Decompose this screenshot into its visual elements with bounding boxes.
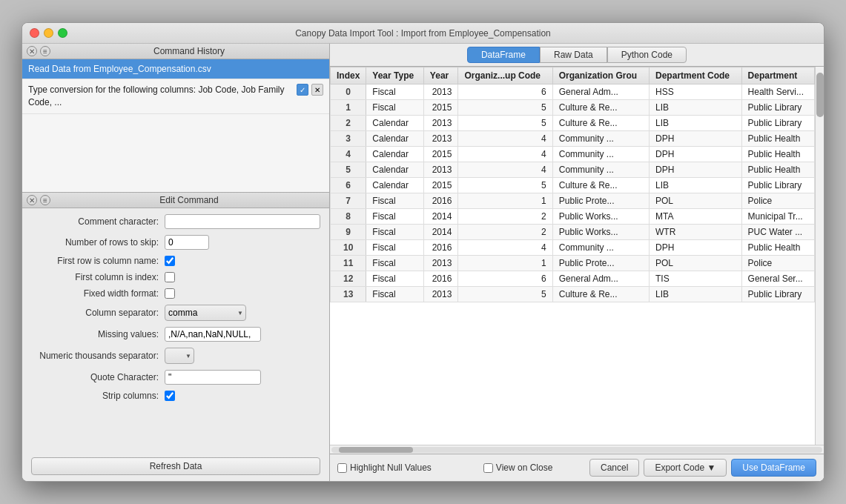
- tab-pythoncode[interactable]: Python Code: [607, 47, 687, 63]
- cell-index: 11: [331, 256, 366, 271]
- maximize-button[interactable]: [58, 28, 67, 38]
- col-header-year-type: Year Type: [366, 67, 424, 84]
- cancel-button[interactable]: Cancel: [589, 459, 639, 477]
- cell-year: 2015: [423, 147, 458, 162]
- cell-year: 2016: [423, 271, 458, 287]
- cell-org-code: 5: [458, 178, 552, 193]
- table-row[interactable]: 1 Fiscal 2015 5 Culture & Re... LIB Publ…: [331, 100, 815, 116]
- cell-org-group: Community ...: [552, 147, 649, 162]
- scrollbar-thumb-h[interactable]: [339, 447, 413, 453]
- table-row[interactable]: 7 Fiscal 2016 1 Public Prote... POL Poli…: [331, 193, 815, 209]
- rows-to-skip-input[interactable]: [165, 235, 209, 250]
- cell-org-group: Culture & Re...: [552, 116, 649, 131]
- comment-character-input[interactable]: [165, 214, 320, 229]
- scrollbar-track[interactable]: [331, 447, 822, 453]
- tab-dataframe[interactable]: DataFrame: [467, 47, 540, 63]
- cell-org-group: Community ...: [552, 131, 649, 147]
- table-row[interactable]: 8 Fiscal 2014 2 Public Works... MTA Muni…: [331, 209, 815, 225]
- cell-year: 2013: [423, 131, 458, 147]
- cell-index: 2: [331, 116, 366, 131]
- tab-rawdata[interactable]: Raw Data: [540, 47, 607, 63]
- tab-bar: DataFrame Raw Data Python Code: [330, 44, 824, 67]
- cell-dept-code: TIS: [650, 271, 742, 287]
- strip-columns-checkbox[interactable]: [165, 391, 175, 401]
- cell-year: 2016: [423, 240, 458, 256]
- col-header-year: Year: [423, 67, 458, 84]
- rows-to-skip-label: Number of rows to skip:: [31, 237, 165, 248]
- history-item-0[interactable]: Read Data from Employee_Compensation.csv: [22, 59, 329, 79]
- command-history-list[interactable]: Read Data from Employee_Compensation.csv…: [22, 59, 329, 193]
- table-row[interactable]: 2 Calendar 2013 5 Culture & Re... LIB Pu…: [331, 116, 815, 131]
- quote-character-label: Quote Character:: [31, 372, 165, 382]
- cell-department: PUC Water ...: [741, 225, 814, 240]
- export-code-button[interactable]: Export Code ▼: [644, 459, 727, 477]
- vertical-scrollbar[interactable]: [815, 67, 824, 445]
- first-column-index-label: First column is index:: [31, 272, 165, 282]
- window-title: Canopy Data Import Tool : Import from Em…: [295, 28, 551, 39]
- table-row[interactable]: 5 Calendar 2013 4 Community ... DPH Publ…: [331, 162, 815, 178]
- edit-command-section: ✕ ≡ Edit Command Comment character: Numb…: [22, 193, 329, 481]
- table-row[interactable]: 6 Calendar 2015 5 Culture & Re... LIB Pu…: [331, 178, 815, 193]
- cell-dept-code: LIB: [650, 287, 742, 302]
- fixed-width-checkbox[interactable]: [165, 288, 175, 299]
- table-row[interactable]: 4 Calendar 2015 4 Community ... DPH Publ…: [331, 147, 815, 162]
- quote-character-input[interactable]: [165, 370, 261, 385]
- cell-dept-code: DPH: [650, 162, 742, 178]
- edit-command-form: Comment character: Number of rows to ski…: [22, 208, 329, 451]
- cell-year: 2013: [423, 84, 458, 100]
- edit-command-header: ✕ ≡ Edit Command: [22, 193, 329, 208]
- left-panel: ✕ ≡ Command History Read Data from Emplo…: [22, 44, 330, 481]
- title-bar: Canopy Data Import Tool : Import from Em…: [22, 23, 824, 44]
- cell-index: 7: [331, 193, 366, 209]
- cell-index: 10: [331, 240, 366, 256]
- edit-command-close-btn[interactable]: ✕: [27, 195, 37, 205]
- view-on-close-checkbox[interactable]: [483, 463, 493, 473]
- table-row[interactable]: 3 Calendar 2013 4 Community ... DPH Publ…: [331, 131, 815, 147]
- col-header-dept-code: Department Code: [650, 67, 742, 84]
- history-item-cancel-btn[interactable]: ✕: [311, 84, 323, 96]
- missing-values-input[interactable]: [165, 327, 261, 342]
- horizontal-scrollbar[interactable]: [330, 445, 824, 454]
- edit-command-action-btn[interactable]: ≡: [40, 195, 50, 205]
- history-item-confirm-btn[interactable]: ✓: [297, 84, 308, 96]
- cell-year: 2013: [423, 287, 458, 302]
- cell-index: 6: [331, 178, 366, 193]
- refresh-data-button[interactable]: Refresh Data: [31, 457, 320, 475]
- cell-year-type: Fiscal: [366, 209, 424, 225]
- quote-character-row: Quote Character:: [31, 370, 320, 385]
- history-item-1[interactable]: Type conversion for the following column…: [22, 79, 329, 114]
- table-row[interactable]: 11 Fiscal 2013 1 Public Prote... POL Pol…: [331, 256, 815, 271]
- view-on-close-checkbox-group[interactable]: View on Close: [483, 462, 553, 473]
- first-row-column-checkbox[interactable]: [165, 256, 175, 266]
- use-dataframe-button[interactable]: Use DataFrame: [731, 459, 816, 477]
- cell-dept-code: DPH: [650, 147, 742, 162]
- close-button[interactable]: [30, 28, 39, 38]
- numeric-thousands-select[interactable]: [165, 348, 194, 364]
- numeric-thousands-row: Numeric thousands separator:: [31, 348, 320, 364]
- column-separator-wrapper: comma tab semicolon space other: [165, 305, 246, 321]
- bottom-bar-actions: Cancel Export Code ▼ Use DataFrame: [589, 459, 816, 477]
- comment-character-label: Comment character:: [31, 216, 165, 227]
- table-row[interactable]: 13 Fiscal 2013 5 Culture & Re... LIB Pub…: [331, 287, 815, 302]
- command-history-action-btn[interactable]: ≡: [40, 46, 50, 56]
- cell-dept-code: WTR: [650, 225, 742, 240]
- main-content: ✕ ≡ Command History Read Data from Emplo…: [22, 44, 824, 481]
- table-row[interactable]: 10 Fiscal 2016 4 Community ... DPH Publi…: [331, 240, 815, 256]
- cell-year-type: Fiscal: [366, 225, 424, 240]
- table-row[interactable]: 12 Fiscal 2016 6 General Adm... TIS Gene…: [331, 271, 815, 287]
- first-column-index-checkbox[interactable]: [165, 272, 175, 282]
- cell-year-type: Fiscal: [366, 287, 424, 302]
- table-row[interactable]: 9 Fiscal 2014 2 Public Works... WTR PUC …: [331, 225, 815, 240]
- column-separator-select[interactable]: comma tab semicolon space other: [165, 305, 246, 321]
- cell-index: 5: [331, 162, 366, 178]
- fixed-width-row: Fixed width format:: [31, 288, 320, 299]
- scrollbar-thumb[interactable]: [816, 73, 824, 117]
- minimize-button[interactable]: [44, 28, 53, 38]
- view-on-close-label: View on Close: [496, 462, 553, 473]
- command-history-close-btn[interactable]: ✕: [27, 46, 37, 56]
- cell-year: 2013: [423, 162, 458, 178]
- table-row[interactable]: 0 Fiscal 2013 6 General Adm... HSS Healt…: [331, 84, 815, 100]
- highlight-null-checkbox-group[interactable]: Highlight Null Values: [337, 462, 432, 473]
- data-table-container[interactable]: Index Year Type Year Organiz...up Code O…: [330, 67, 815, 445]
- highlight-null-checkbox[interactable]: [337, 463, 347, 473]
